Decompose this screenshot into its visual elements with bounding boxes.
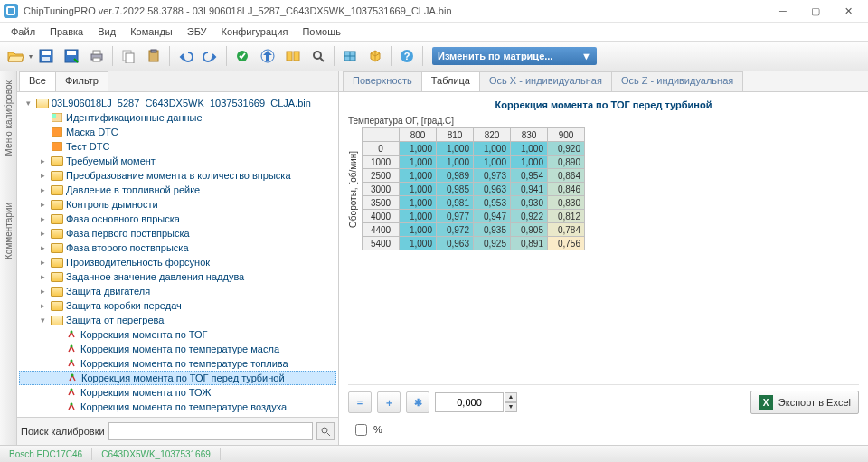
- svg-rect-7: [67, 51, 76, 55]
- svg-rect-14: [151, 50, 156, 52]
- tool-checksum-button[interactable]: [231, 44, 254, 68]
- tree-item[interactable]: ▸Требуемый момент: [19, 154, 336, 168]
- tree-item[interactable]: ▸Заданное значение давления наддува: [19, 269, 336, 284]
- tree-item[interactable]: ▸Давление в топливной рейке: [19, 183, 336, 197]
- menu-config[interactable]: Конфигурация: [214, 24, 296, 39]
- matrix-dropdown[interactable]: Изменить по матрице...▼: [432, 47, 597, 65]
- minimize-button[interactable]: ─: [767, 0, 799, 22]
- search-input[interactable]: [108, 422, 313, 440]
- tree-item[interactable]: ▸Фаза первого поствпрыска: [19, 226, 336, 240]
- tool-3d-button[interactable]: [363, 44, 387, 68]
- print-button[interactable]: [85, 44, 108, 68]
- svg-text:?: ?: [404, 51, 410, 61]
- search-label: Поиск калибровки: [21, 426, 105, 437]
- tool-compare-button[interactable]: [281, 44, 305, 68]
- status-ecu: Bosch EDC17C46: [0, 449, 91, 459]
- menu-view[interactable]: Вид: [90, 24, 123, 39]
- svg-point-19: [314, 52, 321, 59]
- menu-ecu[interactable]: ЭБУ: [180, 24, 214, 39]
- plus-button[interactable]: ＋: [377, 391, 401, 413]
- redo-button[interactable]: [199, 44, 222, 68]
- equals-button[interactable]: =: [348, 391, 372, 413]
- tree-item[interactable]: ▸Фаза второго поствпрыска: [19, 240, 336, 255]
- save-as-button[interactable]: [60, 44, 83, 68]
- app-icon: [4, 4, 18, 18]
- menu-file[interactable]: Файл: [4, 24, 42, 39]
- svg-point-33: [322, 428, 327, 433]
- excel-icon: X: [759, 395, 773, 410]
- export-label: Экспорт в Excel: [778, 397, 851, 408]
- tree-item[interactable]: Коррекция момента по температуре топлива: [19, 356, 336, 371]
- tree-item[interactable]: ▾03L906018LJ_5287_C643DX5WK_1037531669_C…: [19, 96, 336, 110]
- window-title: ChipTuningPRO ver.7.2022.58.3788 - 03L90…: [24, 5, 767, 16]
- tree-item[interactable]: ▸Защита коробки передач: [19, 298, 336, 313]
- svg-rect-5: [42, 57, 50, 61]
- svg-rect-2: [8, 8, 14, 14]
- tree-item[interactable]: ▾Защита от перегрева: [19, 313, 336, 327]
- tree-item[interactable]: ▸Производительность форсунок: [19, 255, 336, 269]
- tree-item[interactable]: Коррекция момента по ТОЖ: [19, 385, 336, 400]
- menu-help[interactable]: Помощь: [295, 24, 348, 39]
- export-excel-button[interactable]: X Экспорт в Excel: [750, 391, 859, 414]
- svg-rect-24: [52, 114, 56, 118]
- save-button[interactable]: [34, 44, 58, 68]
- help-button[interactable]: ?: [395, 44, 419, 68]
- tool-map-button[interactable]: [338, 44, 362, 68]
- y-axis-label: Обороты, [об/мин]: [348, 151, 358, 228]
- tab-surface[interactable]: Поверхность: [343, 71, 422, 91]
- tree-item[interactable]: ▸Контроль дымности: [19, 197, 336, 212]
- x-axis-label: Температура ОГ, [град.С]: [348, 116, 859, 126]
- menubar: Файл Правка Вид Команды ЭБУ Конфигурация…: [0, 23, 868, 41]
- tree-item[interactable]: Коррекция момента по температуре воздуха: [19, 400, 336, 414]
- tree-item[interactable]: ▸Защита двигателя: [19, 284, 336, 298]
- matrix-dropdown-label: Изменить по матрице...: [438, 51, 552, 61]
- tree-item[interactable]: Коррекция момента по ТОГ перед турбиной: [19, 371, 336, 385]
- tree-item[interactable]: Тест DTC: [19, 139, 336, 154]
- svg-rect-10: [93, 58, 100, 61]
- svg-rect-12: [126, 53, 134, 63]
- svg-rect-9: [93, 51, 100, 54]
- svg-text:X: X: [762, 398, 769, 408]
- vtab-comments[interactable]: Комментарии: [2, 197, 15, 265]
- svg-point-27: [71, 331, 73, 334]
- titlebar: ChipTuningPRO ver.7.2022.58.3788 - 03L90…: [0, 0, 868, 23]
- data-table[interactable]: 80081082083090001,0001,0001,0001,0000,92…: [362, 127, 585, 250]
- undo-button[interactable]: [174, 44, 197, 68]
- svg-rect-4: [42, 51, 51, 55]
- percent-checkbox[interactable]: [355, 424, 367, 436]
- maximize-button[interactable]: ▢: [799, 0, 832, 22]
- multiply-button[interactable]: ✱: [406, 391, 429, 413]
- tree-item[interactable]: Маска DTC: [19, 125, 336, 139]
- search-button[interactable]: [316, 422, 335, 440]
- svg-rect-25: [52, 127, 62, 137]
- open-button[interactable]: [4, 44, 27, 68]
- tree-item[interactable]: Коррекция момента по ТОГ: [19, 327, 336, 342]
- calibration-tree[interactable]: ▾03L906018LJ_5287_C643DX5WK_1037531669_C…: [17, 92, 338, 417]
- tool-upload-button[interactable]: [256, 44, 279, 68]
- vtab-calibrations[interactable]: Меню калибровок: [2, 75, 15, 161]
- svg-point-29: [71, 360, 73, 363]
- tree-item[interactable]: Коррекция момента по температуре масла: [19, 342, 336, 356]
- tab-table[interactable]: Таблица: [421, 71, 480, 91]
- tree-item[interactable]: Идентификационные данные: [19, 110, 336, 125]
- paste-button[interactable]: [142, 44, 165, 68]
- spin-down[interactable]: ▼: [505, 402, 517, 412]
- close-button[interactable]: ✕: [832, 0, 864, 22]
- tab-axis-z[interactable]: Ось Z - индивидуальная: [611, 71, 743, 91]
- spin-up[interactable]: ▲: [505, 392, 517, 402]
- tab-axis-x[interactable]: Ось X - индивидуальная: [479, 71, 612, 91]
- copy-button[interactable]: [117, 44, 140, 68]
- main-panel: Поверхность Таблица Ось X - индивидуальн…: [339, 71, 868, 445]
- side-tab-filter[interactable]: Фильтр: [55, 71, 108, 91]
- menu-commands[interactable]: Команды: [123, 24, 180, 39]
- value-input[interactable]: [435, 392, 504, 412]
- svg-point-32: [71, 403, 73, 406]
- side-tab-all[interactable]: Все: [19, 71, 56, 91]
- tool-search-button[interactable]: [307, 44, 330, 68]
- menu-edit[interactable]: Правка: [42, 24, 90, 39]
- table-title: Коррекция момента по ТОГ перед турбиной: [348, 99, 859, 110]
- svg-point-31: [71, 389, 73, 391]
- tree-item[interactable]: ▸Фаза основного впрыска: [19, 212, 336, 226]
- tree-item[interactable]: ▸Преобразование момента в количество впр…: [19, 168, 336, 183]
- toolbar: ▾ ? Изменить по матрице...▼: [0, 41, 868, 71]
